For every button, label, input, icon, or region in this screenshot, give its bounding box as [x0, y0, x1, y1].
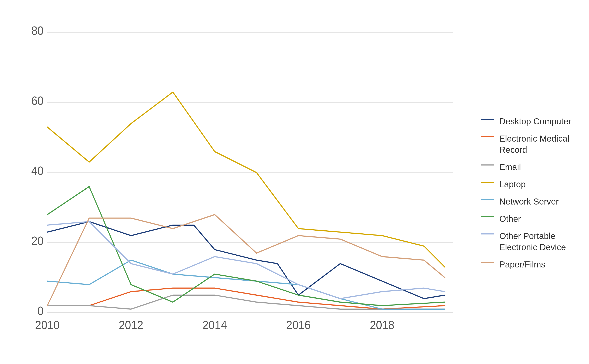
- legend-label-text: Network Server: [499, 196, 559, 207]
- svg-text:40: 40: [31, 164, 44, 177]
- legend-color-line: [481, 136, 494, 137]
- legend-item: Other Portable Electronic Device: [481, 230, 580, 253]
- svg-text:20: 20: [31, 234, 44, 247]
- legend-item: Paper/Films: [481, 259, 580, 270]
- chart-container: 02040608020102012201420162018 Desktop Co…: [0, 0, 589, 364]
- chart-svg-wrapper: 02040608020102012201420162018: [17, 22, 468, 351]
- legend-label-text: Paper/Films: [499, 259, 545, 270]
- legend-label-text: Laptop: [499, 179, 526, 190]
- chart-svg: 02040608020102012201420162018: [17, 22, 468, 351]
- legend-color-line: [481, 182, 494, 183]
- chart-area: 02040608020102012201420162018: [17, 22, 468, 355]
- legend-item: Laptop: [481, 179, 580, 190]
- svg-text:60: 60: [31, 94, 44, 107]
- legend-item: Other: [481, 213, 580, 224]
- legend-color-line: [481, 216, 494, 217]
- legend-item: Email: [481, 162, 580, 173]
- svg-text:2010: 2010: [35, 318, 60, 332]
- legend-label-text: Other Portable Electronic Device: [499, 230, 566, 253]
- legend-color-line: [481, 234, 494, 234]
- svg-text:0: 0: [38, 304, 44, 318]
- legend: Desktop ComputerElectronic Medical Recor…: [468, 22, 580, 355]
- legend-label-text: Desktop Computer: [499, 116, 571, 127]
- legend-item: Desktop Computer: [481, 116, 580, 127]
- legend-item: Network Server: [481, 196, 580, 207]
- legend-label-text: Other: [499, 213, 521, 224]
- svg-text:2014: 2014: [203, 318, 227, 332]
- legend-label-text: Electronic Medical Record: [499, 133, 569, 155]
- legend-item: Electronic Medical Record: [481, 133, 580, 155]
- legend-color-line: [481, 164, 494, 166]
- legend-label-text: Email: [499, 162, 521, 173]
- svg-text:80: 80: [31, 24, 44, 37]
- svg-text:2012: 2012: [119, 318, 143, 332]
- svg-text:2016: 2016: [286, 318, 311, 332]
- legend-color-line: [481, 262, 494, 263]
- legend-color-line: [481, 119, 494, 120]
- chart-body: 02040608020102012201420162018 Desktop Co…: [17, 22, 580, 355]
- legend-color-line: [481, 199, 494, 200]
- svg-text:2018: 2018: [370, 318, 394, 332]
